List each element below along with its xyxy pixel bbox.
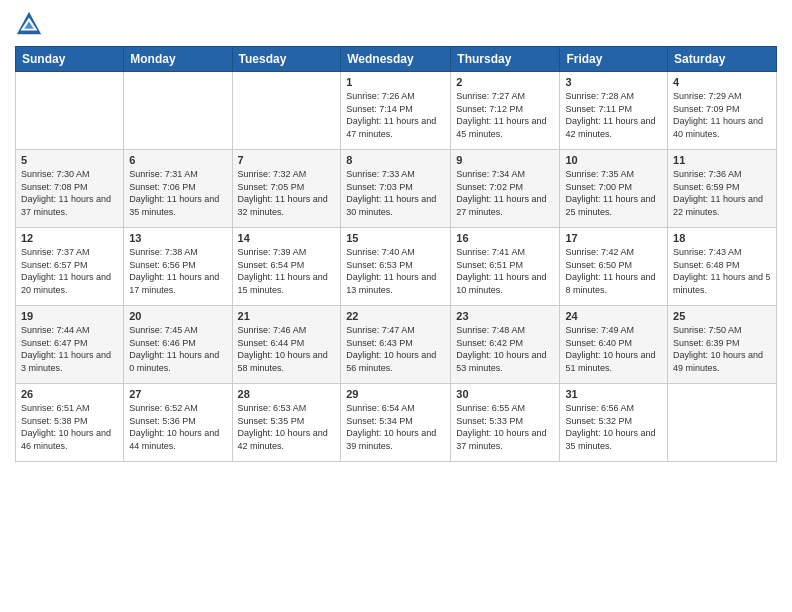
cell-info: Sunrise: 7:45 AM Sunset: 6:46 PM Dayligh… [129, 324, 226, 374]
day-number: 7 [238, 154, 336, 166]
day-number: 28 [238, 388, 336, 400]
day-number: 17 [565, 232, 662, 244]
header [15, 10, 777, 38]
cell-info: Sunrise: 7:38 AM Sunset: 6:56 PM Dayligh… [129, 246, 226, 296]
calendar-cell [668, 384, 777, 462]
week-row-4: 26Sunrise: 6:51 AM Sunset: 5:38 PM Dayli… [16, 384, 777, 462]
calendar-cell: 22Sunrise: 7:47 AM Sunset: 6:43 PM Dayli… [341, 306, 451, 384]
cell-info: Sunrise: 7:50 AM Sunset: 6:39 PM Dayligh… [673, 324, 771, 374]
calendar-cell [16, 72, 124, 150]
cell-info: Sunrise: 7:47 AM Sunset: 6:43 PM Dayligh… [346, 324, 445, 374]
cell-info: Sunrise: 7:40 AM Sunset: 6:53 PM Dayligh… [346, 246, 445, 296]
day-number: 9 [456, 154, 554, 166]
day-number: 12 [21, 232, 118, 244]
cell-info: Sunrise: 7:30 AM Sunset: 7:08 PM Dayligh… [21, 168, 118, 218]
cell-info: Sunrise: 7:34 AM Sunset: 7:02 PM Dayligh… [456, 168, 554, 218]
calendar-cell: 6Sunrise: 7:31 AM Sunset: 7:06 PM Daylig… [124, 150, 232, 228]
calendar-cell: 30Sunrise: 6:55 AM Sunset: 5:33 PM Dayli… [451, 384, 560, 462]
cell-info: Sunrise: 6:56 AM Sunset: 5:32 PM Dayligh… [565, 402, 662, 452]
week-row-1: 5Sunrise: 7:30 AM Sunset: 7:08 PM Daylig… [16, 150, 777, 228]
day-number: 16 [456, 232, 554, 244]
calendar-cell: 16Sunrise: 7:41 AM Sunset: 6:51 PM Dayli… [451, 228, 560, 306]
calendar-cell: 25Sunrise: 7:50 AM Sunset: 6:39 PM Dayli… [668, 306, 777, 384]
header-day-wednesday: Wednesday [341, 47, 451, 72]
header-day-friday: Friday [560, 47, 668, 72]
header-day-tuesday: Tuesday [232, 47, 341, 72]
cell-info: Sunrise: 7:28 AM Sunset: 7:11 PM Dayligh… [565, 90, 662, 140]
day-number: 5 [21, 154, 118, 166]
day-number: 6 [129, 154, 226, 166]
calendar-cell: 9Sunrise: 7:34 AM Sunset: 7:02 PM Daylig… [451, 150, 560, 228]
header-row: SundayMondayTuesdayWednesdayThursdayFrid… [16, 47, 777, 72]
calendar-cell: 7Sunrise: 7:32 AM Sunset: 7:05 PM Daylig… [232, 150, 341, 228]
cell-info: Sunrise: 6:51 AM Sunset: 5:38 PM Dayligh… [21, 402, 118, 452]
calendar-cell: 15Sunrise: 7:40 AM Sunset: 6:53 PM Dayli… [341, 228, 451, 306]
calendar-cell: 18Sunrise: 7:43 AM Sunset: 6:48 PM Dayli… [668, 228, 777, 306]
cell-info: Sunrise: 7:48 AM Sunset: 6:42 PM Dayligh… [456, 324, 554, 374]
page: SundayMondayTuesdayWednesdayThursdayFrid… [0, 0, 792, 612]
cell-info: Sunrise: 7:43 AM Sunset: 6:48 PM Dayligh… [673, 246, 771, 296]
calendar-cell: 23Sunrise: 7:48 AM Sunset: 6:42 PM Dayli… [451, 306, 560, 384]
day-number: 8 [346, 154, 445, 166]
cell-info: Sunrise: 6:52 AM Sunset: 5:36 PM Dayligh… [129, 402, 226, 452]
calendar-cell: 20Sunrise: 7:45 AM Sunset: 6:46 PM Dayli… [124, 306, 232, 384]
cell-info: Sunrise: 7:37 AM Sunset: 6:57 PM Dayligh… [21, 246, 118, 296]
day-number: 1 [346, 76, 445, 88]
header-day-thursday: Thursday [451, 47, 560, 72]
calendar-cell: 2Sunrise: 7:27 AM Sunset: 7:12 PM Daylig… [451, 72, 560, 150]
calendar-cell: 21Sunrise: 7:46 AM Sunset: 6:44 PM Dayli… [232, 306, 341, 384]
header-day-sunday: Sunday [16, 47, 124, 72]
cell-info: Sunrise: 6:54 AM Sunset: 5:34 PM Dayligh… [346, 402, 445, 452]
cell-info: Sunrise: 7:42 AM Sunset: 6:50 PM Dayligh… [565, 246, 662, 296]
cell-info: Sunrise: 7:41 AM Sunset: 6:51 PM Dayligh… [456, 246, 554, 296]
day-number: 27 [129, 388, 226, 400]
calendar-cell: 4Sunrise: 7:29 AM Sunset: 7:09 PM Daylig… [668, 72, 777, 150]
calendar-cell: 26Sunrise: 6:51 AM Sunset: 5:38 PM Dayli… [16, 384, 124, 462]
calendar-cell: 28Sunrise: 6:53 AM Sunset: 5:35 PM Dayli… [232, 384, 341, 462]
day-number: 4 [673, 76, 771, 88]
cell-info: Sunrise: 7:31 AM Sunset: 7:06 PM Dayligh… [129, 168, 226, 218]
week-row-3: 19Sunrise: 7:44 AM Sunset: 6:47 PM Dayli… [16, 306, 777, 384]
cell-info: Sunrise: 7:49 AM Sunset: 6:40 PM Dayligh… [565, 324, 662, 374]
calendar-cell: 19Sunrise: 7:44 AM Sunset: 6:47 PM Dayli… [16, 306, 124, 384]
day-number: 26 [21, 388, 118, 400]
calendar-cell: 31Sunrise: 6:56 AM Sunset: 5:32 PM Dayli… [560, 384, 668, 462]
cell-info: Sunrise: 7:27 AM Sunset: 7:12 PM Dayligh… [456, 90, 554, 140]
calendar-cell: 5Sunrise: 7:30 AM Sunset: 7:08 PM Daylig… [16, 150, 124, 228]
day-number: 31 [565, 388, 662, 400]
calendar-cell [124, 72, 232, 150]
calendar-cell [232, 72, 341, 150]
cell-info: Sunrise: 6:55 AM Sunset: 5:33 PM Dayligh… [456, 402, 554, 452]
calendar-cell: 14Sunrise: 7:39 AM Sunset: 6:54 PM Dayli… [232, 228, 341, 306]
day-number: 20 [129, 310, 226, 322]
calendar-cell: 12Sunrise: 7:37 AM Sunset: 6:57 PM Dayli… [16, 228, 124, 306]
header-day-monday: Monday [124, 47, 232, 72]
calendar-cell: 3Sunrise: 7:28 AM Sunset: 7:11 PM Daylig… [560, 72, 668, 150]
day-number: 19 [21, 310, 118, 322]
calendar-cell: 1Sunrise: 7:26 AM Sunset: 7:14 PM Daylig… [341, 72, 451, 150]
week-row-2: 12Sunrise: 7:37 AM Sunset: 6:57 PM Dayli… [16, 228, 777, 306]
week-row-0: 1Sunrise: 7:26 AM Sunset: 7:14 PM Daylig… [16, 72, 777, 150]
day-number: 21 [238, 310, 336, 322]
cell-info: Sunrise: 6:53 AM Sunset: 5:35 PM Dayligh… [238, 402, 336, 452]
calendar-cell: 10Sunrise: 7:35 AM Sunset: 7:00 PM Dayli… [560, 150, 668, 228]
day-number: 3 [565, 76, 662, 88]
day-number: 14 [238, 232, 336, 244]
cell-info: Sunrise: 7:35 AM Sunset: 7:00 PM Dayligh… [565, 168, 662, 218]
day-number: 13 [129, 232, 226, 244]
header-day-saturday: Saturday [668, 47, 777, 72]
cell-info: Sunrise: 7:44 AM Sunset: 6:47 PM Dayligh… [21, 324, 118, 374]
calendar-cell: 27Sunrise: 6:52 AM Sunset: 5:36 PM Dayli… [124, 384, 232, 462]
calendar-body: 1Sunrise: 7:26 AM Sunset: 7:14 PM Daylig… [16, 72, 777, 462]
calendar-cell: 17Sunrise: 7:42 AM Sunset: 6:50 PM Dayli… [560, 228, 668, 306]
cell-info: Sunrise: 7:46 AM Sunset: 6:44 PM Dayligh… [238, 324, 336, 374]
day-number: 18 [673, 232, 771, 244]
day-number: 30 [456, 388, 554, 400]
cell-info: Sunrise: 7:33 AM Sunset: 7:03 PM Dayligh… [346, 168, 445, 218]
day-number: 15 [346, 232, 445, 244]
calendar-cell: 11Sunrise: 7:36 AM Sunset: 6:59 PM Dayli… [668, 150, 777, 228]
calendar-cell: 29Sunrise: 6:54 AM Sunset: 5:34 PM Dayli… [341, 384, 451, 462]
cell-info: Sunrise: 7:26 AM Sunset: 7:14 PM Dayligh… [346, 90, 445, 140]
cell-info: Sunrise: 7:32 AM Sunset: 7:05 PM Dayligh… [238, 168, 336, 218]
day-number: 24 [565, 310, 662, 322]
